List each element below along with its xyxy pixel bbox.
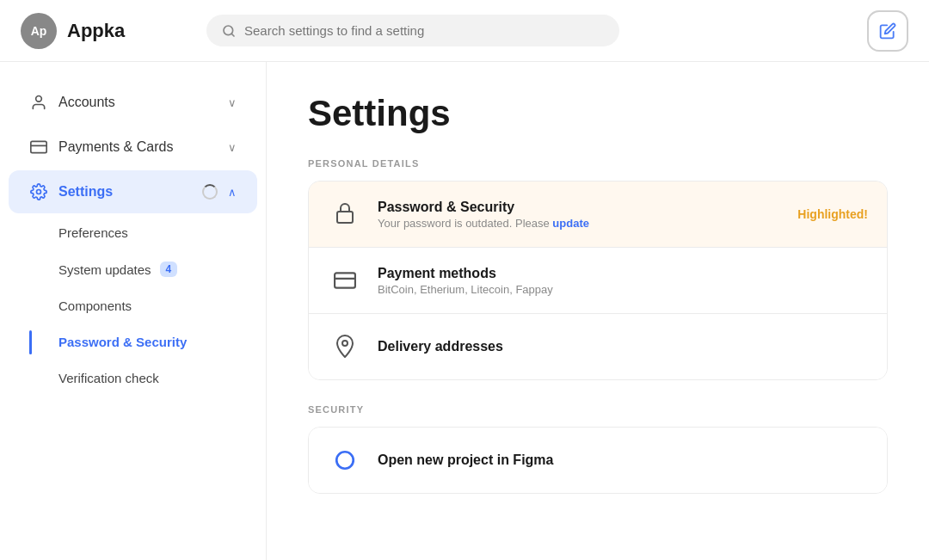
svg-point-2	[36, 96, 42, 102]
search-bar[interactable]	[206, 15, 619, 46]
update-link[interactable]: update	[552, 217, 589, 230]
svg-rect-6	[337, 212, 353, 223]
sidebar-subitem-components[interactable]: Components	[9, 288, 257, 323]
main-layout: Accounts ∨ Payments & Cards ∨ Settin	[0, 62, 929, 560]
settings-row-open-figma[interactable]: Open new project in Figma	[309, 428, 887, 493]
edit-button[interactable]	[867, 10, 908, 52]
gear-icon	[29, 182, 48, 201]
app-identity: Ap Appka	[21, 13, 193, 49]
chevron-down-icon-payments: ∨	[228, 141, 237, 154]
svg-line-1	[231, 34, 234, 36]
circle-icon	[328, 443, 362, 477]
verification-check-label: Verification check	[58, 371, 159, 385]
sub-items-list: Preferences System updates 4 Components …	[0, 215, 266, 396]
open-figma-title: Open new project in Figma	[378, 452, 868, 468]
payment-card-icon	[328, 263, 362, 298]
password-security-subtitle: Your password is outdated. Please update	[378, 217, 782, 230]
sidebar-label-payments: Payments & Cards	[58, 139, 218, 155]
search-input[interactable]	[244, 23, 604, 38]
loading-spinner	[202, 184, 218, 200]
sidebar-item-payments[interactable]: Payments & Cards ∨	[9, 126, 257, 169]
sidebar-subitem-verification-check[interactable]: Verification check	[9, 360, 257, 396]
sidebar-label-accounts: Accounts	[58, 95, 218, 110]
password-security-label: Password & Security	[58, 335, 187, 349]
svg-point-5	[37, 190, 41, 194]
section-label-personal-details: PERSONAL DETAILS	[308, 158, 888, 169]
sidebar-item-accounts[interactable]: Accounts ∨	[9, 81, 257, 124]
chevron-up-icon: ∧	[228, 186, 237, 199]
system-updates-badge: 4	[160, 262, 178, 277]
content-area: Settings PERSONAL DETAILS Password & Sec…	[267, 62, 929, 560]
sidebar-subitem-system-updates[interactable]: System updates 4	[9, 251, 257, 287]
preferences-label: Preferences	[58, 225, 128, 240]
topbar-actions	[867, 10, 908, 52]
svg-rect-7	[335, 273, 355, 287]
sidebar-subitem-password-security[interactable]: Password & Security	[9, 324, 257, 360]
lock-icon	[328, 197, 362, 231]
person-icon	[29, 93, 48, 112]
sidebar: Accounts ∨ Payments & Cards ∨ Settin	[0, 62, 267, 560]
pin-icon	[328, 329, 362, 364]
app-name: Appka	[67, 20, 125, 42]
svg-point-10	[336, 452, 354, 469]
settings-row-payment-methods[interactable]: Payment methods BitCoin, Etherium, Litec…	[309, 248, 887, 314]
settings-row-delivery-addresses[interactable]: Delivery addresses	[309, 314, 887, 379]
system-updates-label: System updates	[58, 262, 151, 277]
payment-methods-text: Payment methods BitCoin, Etherium, Litec…	[378, 266, 868, 296]
payment-methods-subtitle: BitCoin, Etherium, Litecoin, Fappay	[378, 283, 868, 296]
settings-row-password-security[interactable]: Password & Security Your password is out…	[309, 182, 887, 248]
components-label: Components	[58, 298, 132, 313]
card-icon	[29, 138, 48, 157]
topbar: Ap Appka	[0, 0, 929, 62]
section-label-security: SECURITY	[308, 404, 888, 415]
avatar: Ap	[21, 13, 57, 49]
settings-list-security: Open new project in Figma	[308, 427, 888, 494]
open-figma-text: Open new project in Figma	[378, 452, 868, 468]
payment-methods-title: Payment methods	[378, 266, 868, 281]
search-icon	[222, 24, 236, 38]
chevron-down-icon: ∨	[228, 96, 237, 109]
password-security-title: Password & Security	[378, 200, 782, 215]
settings-list-personal: Password & Security Your password is out…	[308, 181, 888, 380]
svg-point-9	[342, 341, 348, 346]
highlight-badge: Highlighted!	[797, 207, 868, 221]
delivery-addresses-text: Delivery addresses	[378, 339, 868, 354]
sidebar-subitem-preferences[interactable]: Preferences	[9, 215, 257, 250]
svg-rect-3	[31, 141, 46, 152]
sidebar-label-settings: Settings	[58, 184, 192, 200]
page-title: Settings	[308, 93, 888, 134]
delivery-addresses-title: Delivery addresses	[378, 339, 868, 354]
password-security-text: Password & Security Your password is out…	[378, 200, 782, 230]
sidebar-item-settings[interactable]: Settings ∧	[9, 170, 257, 213]
